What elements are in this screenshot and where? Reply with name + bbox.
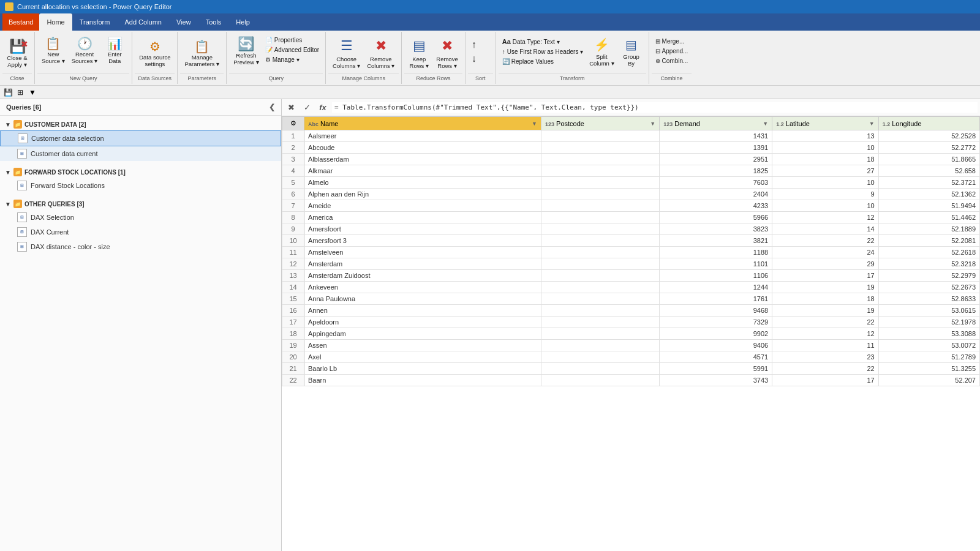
use-first-row-button[interactable]: ↑ Use First Row as Headers ▾ — [500, 47, 586, 56]
split-column-button[interactable]: ⚡ SplitColumn ▾ — [586, 36, 617, 69]
cell-latitude: 9 — [772, 189, 878, 200]
data-type-button[interactable]: Aa Data Type: Text ▾ — [500, 37, 586, 47]
table-row[interactable]: 8 America 5966 12 51.4462 — [282, 212, 980, 223]
merge-button[interactable]: ⊞ Merge... — [653, 37, 691, 46]
col-header-demand[interactable]: 123 Demand ▼ — [660, 117, 772, 130]
append-icon: ⊟ — [655, 48, 660, 54]
table-settings-icon[interactable]: ⚙ — [290, 119, 296, 127]
table-row[interactable]: 15 Anna Paulowna 1761 18 52.8633 — [282, 293, 980, 305]
demand-filter-icon[interactable]: ▼ — [763, 121, 768, 127]
close-apply-icon: 💾 ✖ — [9, 40, 26, 53]
sidebar-item-dax-current[interactable]: ⊞ DAX Current — [0, 225, 281, 239]
table-row[interactable]: 5 Almelo 7603 10 52.3721 — [282, 177, 980, 189]
table-row[interactable]: 16 Annen 9468 19 53.0615 — [282, 305, 980, 317]
table-row[interactable]: 10 Amersfoort 3 3821 22 52.2081 — [282, 235, 980, 247]
recent-sources-button[interactable]: 🕐 RecentSources ▾ — [69, 36, 101, 67]
formula-input[interactable] — [332, 102, 978, 113]
sidebar-item-dax-selection[interactable]: ⊞ DAX Selection — [0, 210, 281, 225]
table-row[interactable]: 19 Assen 9406 11 53.0072 — [282, 340, 980, 351]
other-queries-group-header[interactable]: ▼ 📁 Other Queries [3] — [0, 198, 281, 210]
enter-data-button[interactable]: 📊 EnterData — [101, 36, 128, 67]
cell-demand: 3823 — [660, 223, 772, 235]
table-row[interactable]: 1 Aalsmeer 1431 13 52.2528 — [282, 130, 980, 142]
ribbon-group-data-sources: ⚙ Data sourcesettings Data Sources — [132, 32, 178, 84]
data-source-settings-button[interactable]: ⚙ Data sourcesettings — [136, 36, 173, 72]
tab-view[interactable]: View — [169, 13, 198, 31]
close-apply-button[interactable]: 💾 ✖ Close &Apply ▾ — [4, 36, 31, 72]
refresh-preview-button[interactable]: 🔄 RefreshPreview ▾ — [230, 36, 262, 68]
col-header-latitude[interactable]: 1.2 Latitude ▼ — [772, 117, 878, 130]
postcode-type-icon: 123 — [545, 121, 554, 127]
cell-rownum: 10 — [282, 235, 304, 247]
col-header-longitude[interactable]: 1.2 Longitude — [878, 117, 979, 130]
properties-button[interactable]: 📄 Properties — [263, 36, 322, 45]
cell-latitude: 12 — [772, 328, 878, 340]
table-row[interactable]: 7 Ameide 4233 10 51.9494 — [282, 200, 980, 212]
formula-cancel-button[interactable]: ✖ — [284, 101, 298, 114]
cell-rownum: 1 — [282, 130, 304, 142]
group-by-button[interactable]: ▤ GroupBy — [618, 36, 645, 69]
table-row[interactable]: 11 Amstelveen 1188 24 52.2618 — [282, 247, 980, 258]
cell-name: Apeldoorn — [304, 317, 541, 328]
keep-rows-button[interactable]: ▤ KeepRows ▾ — [405, 36, 432, 72]
choose-columns-button[interactable]: ☰ ChooseColumns ▾ — [330, 36, 363, 72]
table-row[interactable]: 3 Alblasserdam 2951 18 51.8665 — [282, 154, 980, 165]
name-filter-icon[interactable]: ▼ — [532, 121, 537, 127]
cell-name: Amsterdam — [304, 258, 541, 270]
tab-home[interactable]: Home — [39, 13, 72, 31]
tab-tools[interactable]: Tools — [198, 13, 229, 31]
tab-bestand[interactable]: Bestand — [2, 13, 39, 31]
advanced-editor-button[interactable]: 📝 Advanced Editor — [263, 45, 322, 54]
window-title: Current allocation vs selection - Power … — [17, 3, 172, 10]
replace-values-button[interactable]: 🔄 Replace Values — [500, 57, 586, 66]
table-row[interactable]: 12 Amsterdam 1101 29 52.3218 — [282, 258, 980, 270]
sort-asc-button[interactable]: ↑ — [469, 38, 479, 51]
data-table-container[interactable]: ⚙ Abc Name ▼ — [282, 116, 980, 551]
postcode-filter-icon[interactable]: ▼ — [650, 121, 655, 127]
col-header-postcode[interactable]: 123 Postcode ▼ — [541, 117, 659, 130]
table-row[interactable]: 21 Baarlo Lb 5991 22 51.3255 — [282, 363, 980, 375]
cell-latitude: 22 — [772, 317, 878, 328]
sidebar-item-dax-distance[interactable]: ⊞ DAX distance - color - size — [0, 239, 281, 254]
sidebar-item-customer-current[interactable]: ⊞ Customer data current — [0, 146, 281, 161]
tab-transform[interactable]: Transform — [72, 13, 118, 31]
table-row[interactable]: 2 Abcoude 1391 10 52.2772 — [282, 142, 980, 154]
qat-dropdown-button[interactable]: ▼ — [27, 87, 38, 98]
formula-fx-button[interactable]: fx — [316, 101, 330, 114]
sidebar-collapse-button[interactable]: ❮ — [269, 103, 275, 111]
sort-group-label: Sort — [468, 73, 493, 83]
merge-label: Merge... — [662, 38, 685, 45]
new-source-button[interactable]: 📋 NewSource ▾ — [39, 36, 68, 67]
formula-confirm-button[interactable]: ✓ — [300, 101, 314, 114]
tab-add-column[interactable]: Add Column — [117, 13, 169, 31]
keep-rows-label: KeepRows ▾ — [410, 56, 429, 70]
latitude-filter-icon[interactable]: ▼ — [869, 121, 875, 127]
manage-parameters-button[interactable]: 📋 ManageParameters ▾ — [181, 36, 222, 72]
append-button[interactable]: ⊟ Append... — [653, 47, 691, 56]
customer-data-group-header[interactable]: ▼ 📁 CUSTOMER DATA [2] — [0, 118, 281, 130]
table-row[interactable]: 6 Alphen aan den Rijn 2404 9 52.1362 — [282, 189, 980, 200]
forward-stock-group-header[interactable]: ▼ 📁 FORWARD STOCK LOCATIONS [1] — [0, 166, 281, 178]
table-row[interactable]: 14 Ankeveen 1244 19 52.2673 — [282, 282, 980, 293]
manage-button[interactable]: ⚙ Manage ▾ — [263, 55, 322, 64]
sort-desc-button[interactable]: ↓ — [469, 52, 479, 66]
sidebar-item-forward-stock-loc[interactable]: ⊞ Forward Stock Locations — [0, 178, 281, 193]
tab-help[interactable]: Help — [228, 13, 257, 31]
col-header-name[interactable]: Abc Name ▼ — [304, 117, 541, 130]
cell-postcode — [541, 212, 659, 223]
remove-rows-button[interactable]: ✖ RemoveRows ▾ — [433, 36, 461, 72]
qat-save-button[interactable]: 💾 — [2, 87, 13, 98]
combine-files-button[interactable]: ⊕ Combin... — [653, 56, 691, 66]
sidebar-item-customer-selection[interactable]: ⊞ Customer data selection — [0, 130, 281, 146]
customer-selection-label: Customer data selection — [31, 135, 104, 142]
table-row[interactable]: 22 Baarn 3743 17 52.207 — [282, 375, 980, 386]
cell-rownum: 15 — [282, 293, 304, 305]
qat-grid-button[interactable]: ⊞ — [15, 87, 26, 98]
table-row[interactable]: 17 Apeldoorn 7329 22 52.1978 — [282, 317, 980, 328]
table-row[interactable]: 4 Alkmaar 1825 27 52.658 — [282, 165, 980, 177]
remove-columns-button[interactable]: ✖ RemoveColumns ▾ — [364, 36, 398, 72]
table-row[interactable]: 20 Axel 4571 23 51.2789 — [282, 351, 980, 363]
table-row[interactable]: 18 Appingedam 9902 12 53.3088 — [282, 328, 980, 340]
table-row[interactable]: 9 Amersfoort 3823 14 52.1889 — [282, 223, 980, 235]
table-row[interactable]: 13 Amsterdam Zuidoost 1106 17 52.2979 — [282, 270, 980, 282]
